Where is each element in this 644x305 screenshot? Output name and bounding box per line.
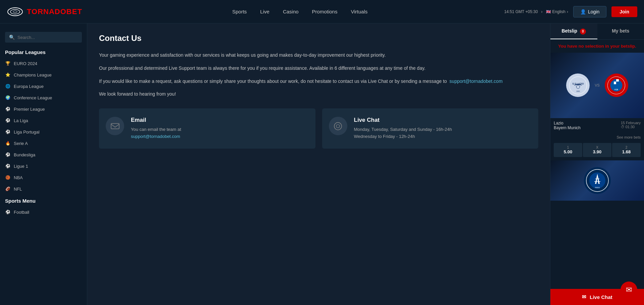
- league-icon-bundesliga: ⚽: [5, 152, 10, 157]
- league-icon-premier: ⚽: [5, 106, 10, 112]
- language-selector[interactable]: 🇬🇧 English ›: [546, 9, 568, 14]
- main-content: Contact Us Your gaming experience and sa…: [87, 23, 550, 305]
- tab-my-bets[interactable]: My bets: [597, 23, 644, 39]
- odd-x-value: 3.90: [584, 149, 610, 154]
- league-label-serie-a: Serie A: [14, 141, 28, 146]
- nav-sports[interactable]: Sports: [232, 9, 247, 14]
- clock-icon: ⏱: [621, 125, 625, 129]
- match-card-lazio-bayern: S.S.LAZIO 1900 VS: [550, 53, 644, 160]
- see-more: See more bets: [550, 133, 644, 141]
- match-teams: Lazio Bayern Munich 15 February ⏱ 01:30: [554, 121, 641, 130]
- svg-point-2: [13, 11, 17, 13]
- svg-point-0: [8, 8, 22, 16]
- time-lang: 14:51 GMT +05:30 › 🇬🇧 English ›: [504, 9, 568, 14]
- nav-live[interactable]: Live: [260, 9, 269, 14]
- contact-paragraph-3: If you would like to make a request, ask…: [99, 78, 538, 86]
- league-icon-laliga: ⚽: [5, 118, 10, 123]
- match-info: Lazio Bayern Munich 15 February ⏱ 01:30: [550, 118, 644, 133]
- chat-float-button[interactable]: ✉: [621, 282, 637, 298]
- psg-match-background: PARIS: [550, 160, 644, 201]
- match-background: S.S.LAZIO 1900 VS: [550, 53, 644, 118]
- email-card-icon: [106, 117, 124, 135]
- league-label-nfl: NFL: [14, 187, 22, 192]
- league-item-premier[interactable]: ⚽ Premier League: [0, 103, 87, 115]
- league-item-ligue1[interactable]: ⚽ Ligue 1: [0, 160, 87, 172]
- user-icon: 👤: [580, 9, 586, 14]
- team-names: Lazio Bayern Munich: [554, 121, 581, 130]
- svg-point-8: [576, 85, 580, 89]
- league-icon-nfl: 🏈: [5, 186, 10, 192]
- email-card-link[interactable]: support@tornadobet.com: [131, 134, 180, 139]
- psg-logo: PARIS: [584, 167, 611, 194]
- right-panel: Betslip 0 My bets You have no selection …: [550, 23, 644, 305]
- league-item-europa[interactable]: 🌐 Europa League: [0, 81, 87, 92]
- football-icon: ⚽: [5, 209, 10, 215]
- odd-2-label: 2: [613, 146, 639, 149]
- league-label-laliga: La Liga: [14, 118, 28, 123]
- nav-virtuals[interactable]: Virtuals: [351, 9, 367, 14]
- contact-paragraph-4: We look forward to hearing from you!: [99, 90, 538, 98]
- betslip-empty-message: You have no selection in your betslip.: [550, 40, 644, 53]
- league-item-serie-a[interactable]: 🔥 Serie A: [0, 138, 87, 149]
- nav-casino[interactable]: Casino: [283, 9, 299, 14]
- logo-area[interactable]: TORNADOBET: [7, 5, 82, 18]
- tab-betslip[interactable]: Betslip 0: [550, 23, 597, 39]
- header-right: 14:51 GMT +05:30 › 🇬🇧 English › 👤 Login …: [504, 6, 637, 17]
- svg-text:FCB: FCB: [615, 89, 618, 91]
- flag-icon: 🇬🇧: [546, 9, 551, 14]
- league-item-bundesliga[interactable]: ⚽ Bundesliga: [0, 149, 87, 160]
- see-more-link[interactable]: See more bets: [616, 135, 641, 139]
- sports-item-football[interactable]: ⚽ Football: [0, 206, 87, 218]
- login-button[interactable]: 👤 Login: [573, 6, 606, 17]
- odd-1-label: 1: [555, 146, 581, 149]
- search-wrap[interactable]: 🔍: [5, 32, 82, 43]
- league-item-conference[interactable]: 🌍 Conference League: [0, 92, 87, 103]
- odd-2-value: 1.68: [613, 149, 639, 154]
- odd-1-button[interactable]: 1 5.00: [554, 143, 582, 157]
- search-icon: 🔍: [9, 35, 15, 40]
- league-label-europa: Europa League: [14, 84, 44, 89]
- match-date-time: 15 February ⏱ 01:30: [621, 121, 641, 129]
- svg-text:1900: 1900: [576, 90, 580, 92]
- football-label: Football: [14, 210, 29, 215]
- match-date: 15 February: [621, 121, 641, 125]
- league-item-euro[interactable]: 🏆 EURO 2024: [0, 58, 87, 69]
- odd-2-button[interactable]: 2 1.68: [612, 143, 641, 157]
- odd-x-button[interactable]: X 3.90: [583, 143, 611, 157]
- odd-x-label: X: [584, 146, 610, 149]
- page-title: Contact Us: [99, 34, 538, 43]
- league-item-nba[interactable]: 🏀 NBA: [0, 172, 87, 183]
- nav-promotions[interactable]: Promotions: [312, 9, 338, 14]
- main-nav: Sports Live Casino Promotions Virtuals: [232, 9, 367, 14]
- league-item-liga-portugal[interactable]: ⚽ Liga Portugal: [0, 126, 87, 138]
- livechat-card-text: Monday, Tuesday, Saturday and Sunday - 1…: [354, 126, 452, 140]
- team2-name: Bayern Munich: [554, 125, 581, 130]
- sidebar: 🔍 Popular Leagues 🏆 EURO 2024 ⭐ Champion…: [0, 23, 87, 305]
- league-item-champions[interactable]: ⭐ Champions League: [0, 69, 87, 81]
- livechat-card: Live Chat Monday, Tuesday, Saturday and …: [322, 108, 539, 149]
- league-label-ligue1: Ligue 1: [14, 164, 28, 169]
- odd-1-value: 5.00: [555, 149, 581, 154]
- svg-text:PARIS: PARIS: [595, 187, 600, 189]
- league-label-liga-portugal: Liga Portugal: [14, 130, 40, 135]
- svg-point-5: [336, 124, 340, 128]
- league-item-nfl[interactable]: 🏈 NFL: [0, 183, 87, 195]
- lazio-logo: S.S.LAZIO 1900: [566, 73, 590, 97]
- bayern-logo: FCB: [605, 73, 628, 97]
- svg-rect-3: [111, 123, 119, 129]
- league-item-laliga[interactable]: ⚽ La Liga: [0, 115, 87, 126]
- email-link[interactable]: support@tornadobet.com: [449, 79, 502, 84]
- betslip-tabs: Betslip 0 My bets: [550, 23, 644, 40]
- league-icon-euro: 🏆: [5, 61, 10, 66]
- popular-leagues-title: Popular Leagues: [0, 46, 87, 58]
- email-card-title: Email: [131, 117, 181, 123]
- league-label-bundesliga: Bundesliga: [14, 152, 35, 157]
- league-icon-nba: 🏀: [5, 175, 10, 180]
- search-input[interactable]: [17, 35, 78, 40]
- join-button[interactable]: Join: [611, 6, 637, 17]
- livechat-card-title: Live Chat: [354, 117, 452, 123]
- svg-rect-14: [616, 82, 619, 84]
- header: TORNADOBET Sports Live Casino Promotions…: [0, 0, 644, 23]
- time-display: 14:51 GMT +05:30: [504, 9, 538, 14]
- main-layout: 🔍 Popular Leagues 🏆 EURO 2024 ⭐ Champion…: [0, 23, 644, 305]
